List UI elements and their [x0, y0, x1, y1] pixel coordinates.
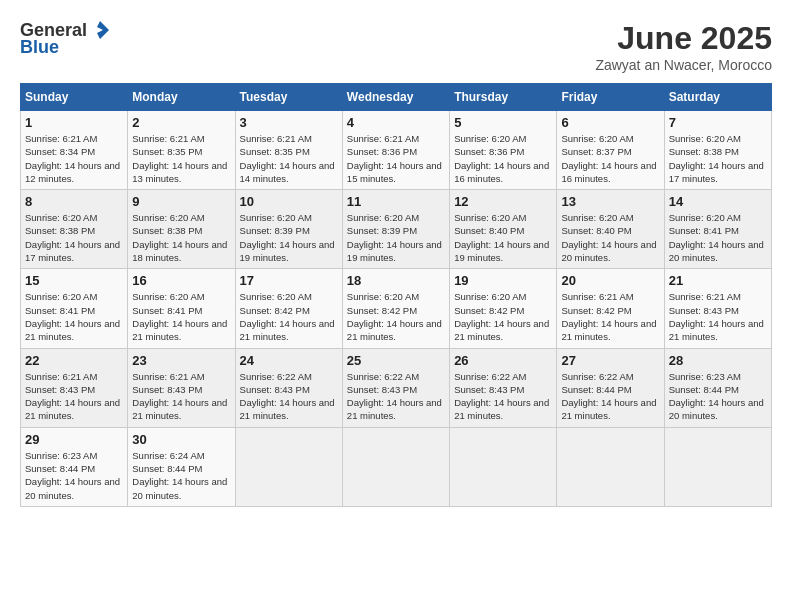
sunrise-text: Sunrise: 6:21 AM	[132, 370, 230, 383]
daylight-text: Daylight: 14 hours and 21 minutes.	[347, 317, 445, 344]
day-number: 13	[561, 194, 659, 209]
day-detail: Sunrise: 6:20 AMSunset: 8:39 PMDaylight:…	[347, 211, 445, 264]
col-monday: Monday	[128, 84, 235, 111]
day-number: 18	[347, 273, 445, 288]
calendar-day-cell: 27Sunrise: 6:22 AMSunset: 8:44 PMDayligh…	[557, 348, 664, 427]
calendar-body: 1Sunrise: 6:21 AMSunset: 8:34 PMDaylight…	[21, 111, 772, 507]
sunrise-text: Sunrise: 6:21 AM	[669, 290, 767, 303]
daylight-text: Daylight: 14 hours and 21 minutes.	[132, 317, 230, 344]
sunset-text: Sunset: 8:44 PM	[669, 383, 767, 396]
sunrise-text: Sunrise: 6:20 AM	[454, 290, 552, 303]
day-number: 7	[669, 115, 767, 130]
day-number: 3	[240, 115, 338, 130]
day-detail: Sunrise: 6:22 AMSunset: 8:44 PMDaylight:…	[561, 370, 659, 423]
sunset-text: Sunset: 8:38 PM	[25, 224, 123, 237]
day-detail: Sunrise: 6:21 AMSunset: 8:36 PMDaylight:…	[347, 132, 445, 185]
daylight-text: Daylight: 14 hours and 14 minutes.	[240, 159, 338, 186]
daylight-text: Daylight: 14 hours and 21 minutes.	[454, 317, 552, 344]
logo-blue-text: Blue	[20, 37, 59, 58]
day-detail: Sunrise: 6:20 AMSunset: 8:39 PMDaylight:…	[240, 211, 338, 264]
calendar-day-cell: 9Sunrise: 6:20 AMSunset: 8:38 PMDaylight…	[128, 190, 235, 269]
daylight-text: Daylight: 14 hours and 19 minutes.	[347, 238, 445, 265]
sunset-text: Sunset: 8:43 PM	[132, 383, 230, 396]
calendar-day-cell: 19Sunrise: 6:20 AMSunset: 8:42 PMDayligh…	[450, 269, 557, 348]
day-number: 25	[347, 353, 445, 368]
day-number: 15	[25, 273, 123, 288]
calendar-week-5: 29Sunrise: 6:23 AMSunset: 8:44 PMDayligh…	[21, 427, 772, 506]
day-detail: Sunrise: 6:21 AMSunset: 8:43 PMDaylight:…	[25, 370, 123, 423]
calendar-day-cell: 1Sunrise: 6:21 AMSunset: 8:34 PMDaylight…	[21, 111, 128, 190]
col-thursday: Thursday	[450, 84, 557, 111]
title-area: June 2025 Zawyat an Nwacer, Morocco	[595, 20, 772, 73]
day-detail: Sunrise: 6:21 AMSunset: 8:35 PMDaylight:…	[240, 132, 338, 185]
day-number: 9	[132, 194, 230, 209]
day-detail: Sunrise: 6:20 AMSunset: 8:38 PMDaylight:…	[132, 211, 230, 264]
day-number: 16	[132, 273, 230, 288]
day-number: 17	[240, 273, 338, 288]
day-number: 24	[240, 353, 338, 368]
sunrise-text: Sunrise: 6:23 AM	[25, 449, 123, 462]
sunrise-text: Sunrise: 6:20 AM	[240, 290, 338, 303]
calendar-day-cell	[235, 427, 342, 506]
day-detail: Sunrise: 6:20 AMSunset: 8:38 PMDaylight:…	[25, 211, 123, 264]
calendar-week-4: 22Sunrise: 6:21 AMSunset: 8:43 PMDayligh…	[21, 348, 772, 427]
sunrise-text: Sunrise: 6:21 AM	[25, 132, 123, 145]
sunrise-text: Sunrise: 6:20 AM	[669, 132, 767, 145]
calendar-day-cell: 23Sunrise: 6:21 AMSunset: 8:43 PMDayligh…	[128, 348, 235, 427]
sunset-text: Sunset: 8:43 PM	[347, 383, 445, 396]
sunset-text: Sunset: 8:36 PM	[347, 145, 445, 158]
day-number: 4	[347, 115, 445, 130]
day-detail: Sunrise: 6:23 AMSunset: 8:44 PMDaylight:…	[25, 449, 123, 502]
daylight-text: Daylight: 14 hours and 17 minutes.	[669, 159, 767, 186]
daylight-text: Daylight: 14 hours and 16 minutes.	[454, 159, 552, 186]
daylight-text: Daylight: 14 hours and 21 minutes.	[669, 317, 767, 344]
daylight-text: Daylight: 14 hours and 21 minutes.	[132, 396, 230, 423]
day-number: 8	[25, 194, 123, 209]
sunset-text: Sunset: 8:35 PM	[132, 145, 230, 158]
calendar-day-cell: 8Sunrise: 6:20 AMSunset: 8:38 PMDaylight…	[21, 190, 128, 269]
sunset-text: Sunset: 8:44 PM	[561, 383, 659, 396]
sunrise-text: Sunrise: 6:20 AM	[347, 290, 445, 303]
day-number: 11	[347, 194, 445, 209]
sunrise-text: Sunrise: 6:22 AM	[454, 370, 552, 383]
calendar-day-cell: 10Sunrise: 6:20 AMSunset: 8:39 PMDayligh…	[235, 190, 342, 269]
daylight-text: Daylight: 14 hours and 21 minutes.	[25, 317, 123, 344]
day-detail: Sunrise: 6:20 AMSunset: 8:42 PMDaylight:…	[347, 290, 445, 343]
day-number: 28	[669, 353, 767, 368]
sunrise-text: Sunrise: 6:20 AM	[132, 211, 230, 224]
day-number: 26	[454, 353, 552, 368]
sunset-text: Sunset: 8:41 PM	[25, 304, 123, 317]
sunset-text: Sunset: 8:36 PM	[454, 145, 552, 158]
sunset-text: Sunset: 8:43 PM	[669, 304, 767, 317]
day-number: 19	[454, 273, 552, 288]
calendar-day-cell	[450, 427, 557, 506]
sunrise-text: Sunrise: 6:20 AM	[25, 211, 123, 224]
daylight-text: Daylight: 14 hours and 15 minutes.	[347, 159, 445, 186]
daylight-text: Daylight: 14 hours and 21 minutes.	[561, 396, 659, 423]
calendar-day-cell: 15Sunrise: 6:20 AMSunset: 8:41 PMDayligh…	[21, 269, 128, 348]
calendar-day-cell: 4Sunrise: 6:21 AMSunset: 8:36 PMDaylight…	[342, 111, 449, 190]
sunrise-text: Sunrise: 6:24 AM	[132, 449, 230, 462]
sunrise-text: Sunrise: 6:20 AM	[25, 290, 123, 303]
sunrise-text: Sunrise: 6:21 AM	[347, 132, 445, 145]
daylight-text: Daylight: 14 hours and 19 minutes.	[240, 238, 338, 265]
sunrise-text: Sunrise: 6:20 AM	[561, 211, 659, 224]
sunrise-text: Sunrise: 6:22 AM	[347, 370, 445, 383]
day-number: 20	[561, 273, 659, 288]
sunset-text: Sunset: 8:38 PM	[669, 145, 767, 158]
month-year-title: June 2025	[595, 20, 772, 57]
calendar-week-3: 15Sunrise: 6:20 AMSunset: 8:41 PMDayligh…	[21, 269, 772, 348]
day-detail: Sunrise: 6:21 AMSunset: 8:34 PMDaylight:…	[25, 132, 123, 185]
daylight-text: Daylight: 14 hours and 20 minutes.	[669, 238, 767, 265]
calendar-day-cell: 22Sunrise: 6:21 AMSunset: 8:43 PMDayligh…	[21, 348, 128, 427]
calendar-day-cell	[557, 427, 664, 506]
daylight-text: Daylight: 14 hours and 20 minutes.	[132, 475, 230, 502]
calendar-week-1: 1Sunrise: 6:21 AMSunset: 8:34 PMDaylight…	[21, 111, 772, 190]
sunrise-text: Sunrise: 6:23 AM	[669, 370, 767, 383]
day-number: 14	[669, 194, 767, 209]
sunset-text: Sunset: 8:44 PM	[132, 462, 230, 475]
calendar-day-cell: 21Sunrise: 6:21 AMSunset: 8:43 PMDayligh…	[664, 269, 771, 348]
col-saturday: Saturday	[664, 84, 771, 111]
sunrise-text: Sunrise: 6:20 AM	[454, 211, 552, 224]
day-number: 5	[454, 115, 552, 130]
